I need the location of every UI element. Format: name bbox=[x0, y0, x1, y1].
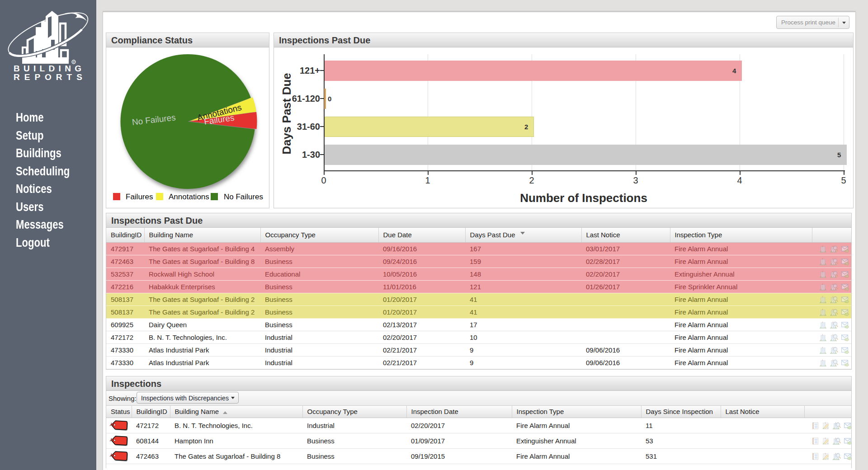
svg-text:R: R bbox=[73, 61, 75, 64]
svg-text:BUILDING: BUILDING bbox=[14, 64, 85, 73]
svg-text:REPORTS: REPORTS bbox=[14, 72, 87, 81]
